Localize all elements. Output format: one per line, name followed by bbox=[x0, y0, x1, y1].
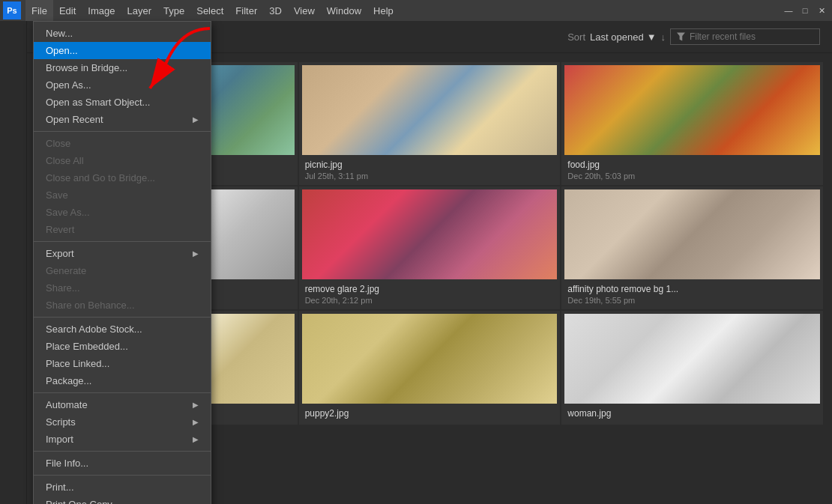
image-card-woman[interactable]: woman.jpg bbox=[561, 311, 823, 425]
separator-3 bbox=[34, 317, 211, 318]
separator-2 bbox=[34, 241, 211, 242]
menu-item-save[interactable]: Save bbox=[34, 186, 211, 204]
menu-type[interactable]: Type bbox=[157, 0, 190, 21]
menu-item-share[interactable]: Share... bbox=[34, 279, 211, 297]
menu-item-print-one-copy[interactable]: Print One Copy bbox=[34, 496, 211, 504]
submenu-arrow-import: ▶ bbox=[193, 435, 199, 443]
maximize-button[interactable]: □ bbox=[798, 3, 813, 18]
menu-image[interactable]: Image bbox=[82, 0, 121, 21]
menu-item-file-info[interactable]: File Info... bbox=[34, 455, 211, 472]
image-date-food: Dec 20th, 5:03 pm bbox=[567, 171, 817, 180]
menu-item-generate[interactable]: Generate bbox=[34, 262, 211, 279]
menu-item-package[interactable]: Package... bbox=[34, 372, 211, 389]
menu-view[interactable]: View bbox=[288, 0, 321, 21]
menu-item-share-behance[interactable]: Share on Behance... bbox=[34, 297, 211, 314]
image-card-puppy2[interactable]: puppy2.jpg bbox=[299, 311, 561, 425]
menu-3d[interactable]: 3D bbox=[263, 0, 288, 21]
filter-input-wrap[interactable] bbox=[670, 28, 820, 45]
image-name-woman: woman.jpg bbox=[567, 408, 817, 419]
svg-marker-8 bbox=[677, 33, 685, 41]
menu-edit[interactable]: Edit bbox=[53, 0, 82, 21]
separator-5 bbox=[34, 451, 211, 452]
menu-item-export[interactable]: Export ▶ bbox=[34, 245, 211, 262]
menu-item-browse-bridge[interactable]: Browse in Bridge... bbox=[34, 59, 211, 76]
minimize-button[interactable]: — bbox=[781, 3, 796, 18]
image-card-remove_glare[interactable]: remove glare 2.jpgDec 20th, 2:12 pm bbox=[299, 186, 561, 309]
menu-item-scripts[interactable]: Scripts ▶ bbox=[34, 413, 211, 431]
separator-4 bbox=[34, 392, 211, 393]
image-date-remove_glare: Dec 20th, 2:12 pm bbox=[305, 296, 555, 305]
menu-select[interactable]: Select bbox=[190, 0, 229, 21]
submenu-arrow-scripts: ▶ bbox=[193, 418, 199, 426]
sort-area: Sort Last opened ▼ ↓ bbox=[567, 28, 820, 45]
menu-help[interactable]: Help bbox=[367, 0, 400, 21]
close-button[interactable]: ✕ bbox=[814, 3, 829, 18]
menu-item-import[interactable]: Import ▶ bbox=[34, 431, 211, 448]
menu-item-open-recent[interactable]: Open Recent ▶ bbox=[34, 111, 211, 128]
menu-item-place-linked[interactable]: Place Linked... bbox=[34, 355, 211, 372]
image-info-picnic: picnic.jpgJul 25th, 3:11 pm bbox=[302, 155, 558, 182]
submenu-arrow: ▶ bbox=[193, 115, 199, 124]
separator-6 bbox=[34, 475, 211, 476]
menu-item-print[interactable]: Print... bbox=[34, 479, 211, 496]
menu-layer[interactable]: Layer bbox=[121, 0, 158, 21]
menu-item-save-as[interactable]: Save As... bbox=[34, 204, 211, 221]
menu-filter[interactable]: Filter bbox=[229, 0, 263, 21]
image-card-picnic[interactable]: picnic.jpgJul 25th, 3:11 pm bbox=[299, 62, 561, 185]
menu-item-close-all[interactable]: Close All bbox=[34, 152, 211, 169]
image-thumbnail-puppy2 bbox=[302, 314, 558, 404]
menu-item-automate[interactable]: Automate ▶ bbox=[34, 396, 211, 413]
image-date-affinity: Dec 19th, 5:55 pm bbox=[567, 296, 817, 305]
submenu-arrow-export: ▶ bbox=[193, 249, 199, 258]
menu-item-open-as[interactable]: Open As... bbox=[34, 76, 211, 94]
menu-item-revert[interactable]: Revert bbox=[34, 221, 211, 238]
menu-file[interactable]: File bbox=[25, 0, 53, 21]
app-logo: Ps bbox=[3, 1, 21, 19]
image-info-remove_glare: remove glare 2.jpgDec 20th, 2:12 pm bbox=[302, 279, 558, 306]
menu-item-search-adobe-stock[interactable]: Search Adobe Stock... bbox=[34, 321, 211, 338]
menu-item-open[interactable]: Open... bbox=[34, 42, 211, 59]
filter-recent-files-input[interactable] bbox=[690, 31, 813, 42]
image-card-food[interactable]: food.jpgDec 20th, 5:03 pm bbox=[561, 62, 823, 185]
menubar: Ps File Edit Image Layer Type Select Fil… bbox=[0, 0, 832, 21]
image-info-affinity: affinity photo remove bg 1...Dec 19th, 5… bbox=[564, 279, 820, 306]
menu-item-close[interactable]: Close bbox=[34, 135, 211, 152]
image-name-picnic: picnic.jpg bbox=[305, 160, 555, 170]
menu-item-close-go-bridge[interactable]: Close and Go to Bridge... bbox=[34, 169, 211, 186]
sort-label: Sort bbox=[567, 31, 585, 43]
image-date-picnic: Jul 25th, 3:11 pm bbox=[305, 171, 555, 180]
image-thumbnail-picnic bbox=[302, 65, 558, 155]
window-controls: — □ ✕ bbox=[781, 3, 829, 18]
image-thumbnail-woman bbox=[564, 314, 820, 404]
image-name-puppy2: puppy2.jpg bbox=[305, 408, 555, 419]
image-info-food: food.jpgDec 20th, 5:03 pm bbox=[564, 155, 820, 182]
menu-item-place-embedded[interactable]: Place Embedded... bbox=[34, 338, 211, 355]
image-name-affinity: affinity photo remove bg 1... bbox=[567, 284, 817, 294]
sort-value-text: Last opened bbox=[590, 31, 644, 43]
menu-item-open-smart-object[interactable]: Open as Smart Object... bbox=[34, 94, 211, 111]
sort-direction-icon[interactable]: ↓ bbox=[661, 31, 666, 43]
image-name-food: food.jpg bbox=[567, 160, 817, 170]
image-info-woman: woman.jpg bbox=[564, 404, 820, 422]
image-info-puppy2: puppy2.jpg bbox=[302, 404, 558, 422]
menu-window[interactable]: Window bbox=[321, 0, 367, 21]
image-thumbnail-affinity bbox=[564, 189, 820, 279]
menu-item-new[interactable]: New... bbox=[34, 25, 211, 42]
submenu-arrow-automate: ▶ bbox=[193, 401, 199, 409]
tools-panel bbox=[0, 21, 27, 504]
image-name-remove_glare: remove glare 2.jpg bbox=[305, 284, 555, 294]
file-dropdown-menu: New... Open... Browse in Bridge... Open … bbox=[33, 21, 211, 504]
image-thumbnail-food bbox=[564, 65, 820, 155]
filter-icon bbox=[677, 32, 685, 41]
image-card-affinity[interactable]: affinity photo remove bg 1...Dec 19th, 5… bbox=[561, 186, 823, 309]
sort-dropdown-icon: ▼ bbox=[647, 31, 657, 43]
separator-1 bbox=[34, 131, 211, 132]
image-thumbnail-remove_glare bbox=[302, 189, 558, 279]
sort-value-selector[interactable]: Last opened ▼ bbox=[590, 31, 656, 43]
